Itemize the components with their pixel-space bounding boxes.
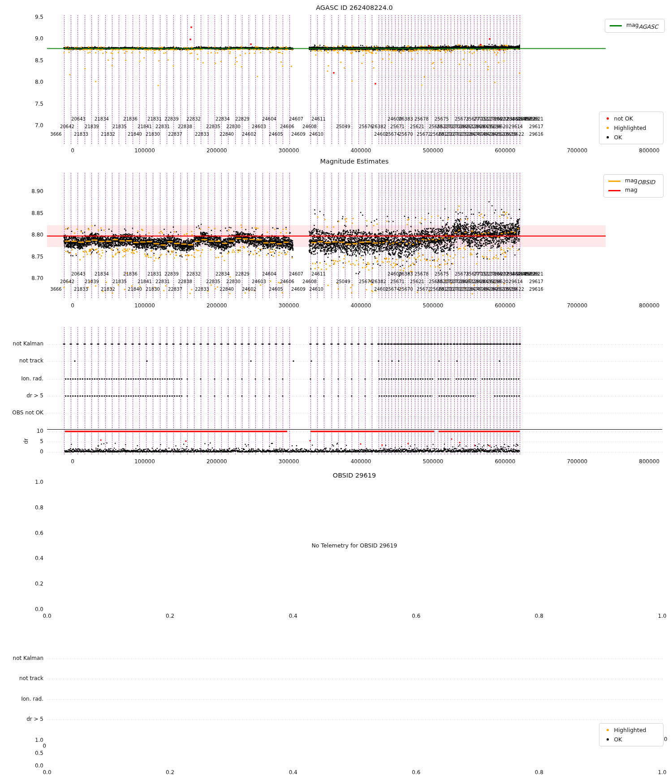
obsid-label: 22838 <box>178 124 192 129</box>
obsid-label: 25674 <box>385 132 400 137</box>
plot3-xtick: 100000 <box>134 459 155 465</box>
obsid-label: 22834 <box>215 116 230 121</box>
plot2-xtick: 500000 <box>423 303 444 309</box>
obsid-label: 22829 <box>235 116 250 121</box>
obsid-label: 24606 <box>280 124 294 129</box>
plot3-row-label: not track <box>19 358 43 364</box>
legend-label: magAGASC <box>626 22 658 30</box>
plot1-xtick: 200000 <box>207 148 227 154</box>
plot1-ytick: 7.0 <box>35 123 43 129</box>
obsid-label: 21830 <box>146 132 160 137</box>
plot2-line-legend: magOBSID mag <box>603 174 663 198</box>
obsid-label: 29621 <box>529 271 543 276</box>
legend-item-ok: OK <box>604 133 659 142</box>
plot1-ytick: 7.5 <box>35 101 43 107</box>
plot3-row-label: dr > 5 <box>26 393 43 399</box>
plot3-xtick: 0 <box>71 459 74 465</box>
plot2-xtick: 400000 <box>351 303 371 309</box>
no-telemetry-message: No Telemetry for OBSID 29619 <box>312 543 397 549</box>
obsid-label: 24609 <box>291 132 306 137</box>
plot2-xtick: 300000 <box>279 303 299 309</box>
legend-item-highlighted: Highlighted <box>604 725 659 735</box>
obsid-label: 20642 <box>60 279 74 284</box>
legend-item-mag: mag <box>608 186 659 195</box>
obsid-label: 25672 <box>417 287 431 292</box>
plot5-row-label: not track <box>19 676 43 681</box>
obsid-label: 29617 <box>529 124 543 129</box>
obsid-label: 22840 <box>220 287 234 292</box>
plot3-xtick: 300000 <box>279 459 299 465</box>
obsid-label: 25670 <box>399 287 413 292</box>
legend-label: OK <box>614 134 622 141</box>
obsid-label: 22838 <box>178 279 192 284</box>
plot4-ytick: 0.0 <box>35 607 43 612</box>
obsid-label: 21834 <box>95 271 109 276</box>
plot5-xtick: 0.2 <box>166 770 174 775</box>
legend-item-mag-agasc: magAGASC <box>610 21 660 30</box>
obsid-label: 29616 <box>529 132 543 137</box>
obsid-label: 25049 <box>336 124 350 129</box>
plot4-xtick: 0.8 <box>535 613 543 619</box>
plot1-xtick: 800000 <box>639 148 659 154</box>
plot4-ytick: 0.4 <box>35 556 43 562</box>
obsid-label: 24602 <box>242 287 256 292</box>
obsid-label: 24609 <box>291 287 306 292</box>
black-dot-icon <box>607 738 609 741</box>
obsid-label: 21832 <box>101 287 115 292</box>
dr-ytick: 0 <box>40 449 43 455</box>
plot5-sub-ytick: 0.5 <box>35 750 43 756</box>
obsid-label: 21835 <box>112 124 127 129</box>
plot4-xtick: 0.2 <box>166 613 174 619</box>
legend-item-highlighted: Highlighted <box>604 123 659 133</box>
plot1-xtick: 300000 <box>279 148 299 154</box>
obsid-label: 3666 <box>50 287 61 292</box>
plot1-xtick: 700000 <box>567 148 587 154</box>
obsid-label: 21833 <box>74 132 88 137</box>
obsid-label: 20642 <box>60 124 74 129</box>
plot5-xtick: 0.4 <box>289 770 297 775</box>
obsid-label: 24610 <box>309 132 323 137</box>
obsid-label: 21836 <box>123 116 138 121</box>
obsid-label: 29620 <box>494 124 508 129</box>
obsid-label: 21839 <box>85 279 99 284</box>
plot3-row-label: OBS not OK <box>12 410 43 416</box>
obsid-label: 29620 <box>494 279 508 284</box>
obsid-label: 22832 <box>186 116 201 121</box>
plot1-xtick: 0 <box>71 148 74 154</box>
obsid-label: 24608 <box>302 124 317 129</box>
obsid-label: 22834 <box>215 271 230 276</box>
obsid-label: 20643 <box>71 271 86 276</box>
legend-label: not OK <box>614 115 633 122</box>
obsid-label: 26383 <box>399 271 413 276</box>
obsid-label: 3666 <box>50 132 61 137</box>
plot5-sub-ytick: 0.0 <box>35 763 43 769</box>
obsid-label: 25621 <box>410 279 424 284</box>
plot1-ytick: 8.0 <box>35 79 43 85</box>
plot2-xtick: 200000 <box>207 303 227 309</box>
plot5-row-label: Ion. rad. <box>21 696 43 702</box>
plot4-title: OBSID 29619 <box>333 472 376 479</box>
obsid-label: 25675 <box>435 116 449 121</box>
plot3-xtick: 700000 <box>567 459 587 465</box>
obsid-label: 25621 <box>410 124 424 129</box>
obsid-label: 25671 <box>390 279 405 284</box>
obsid-label: 25670 <box>399 132 413 137</box>
legend-item-ok: OK <box>604 735 659 744</box>
plot2-xtick: 0 <box>71 303 74 309</box>
obsid-label: 25671 <box>390 124 405 129</box>
obsid-label: 22829 <box>235 271 250 276</box>
obsid-label: 25049 <box>336 279 350 284</box>
obsid-label: 21841 <box>138 124 152 129</box>
obsid-label: 26382 <box>372 279 386 284</box>
plot3-xtick: 400000 <box>351 459 371 465</box>
obsid-label: 24602 <box>242 132 256 137</box>
legend-label: magOBSID <box>625 177 655 185</box>
obsid-label: 24605 <box>269 132 283 137</box>
obsid-label: 22839 <box>164 271 179 276</box>
plot5-row-label: dr > 5 <box>26 716 43 722</box>
plot2-ytick: 8.90 <box>31 189 43 194</box>
obsid-label: 25678 <box>414 271 429 276</box>
obsid-label: 26383 <box>399 116 413 121</box>
dr-ytick: 10 <box>37 428 43 434</box>
red-dot-icon <box>607 117 609 120</box>
